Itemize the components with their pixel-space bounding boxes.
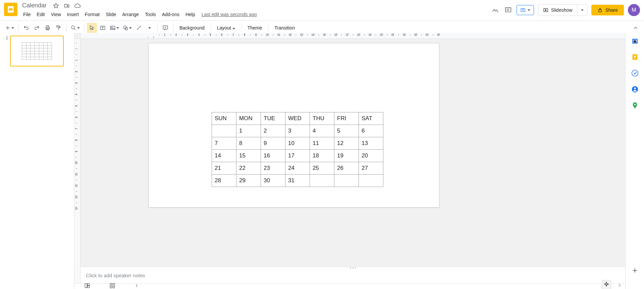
filmstrip-view-icon[interactable] (84, 283, 90, 289)
menu-slide[interactable]: Slide (103, 10, 119, 18)
calendar-header-cell[interactable]: FRI (334, 112, 359, 125)
calendar-header-cell[interactable]: WED (285, 112, 310, 125)
calendar-header-cell[interactable]: MON (236, 112, 261, 125)
calendar-cell[interactable]: 31 (285, 175, 310, 187)
calendar-cell[interactable]: 3 (285, 125, 310, 137)
slideshow-options[interactable] (577, 5, 587, 15)
document-title[interactable]: Calendar (20, 1, 49, 10)
calendar-cell[interactable]: 13 (359, 137, 383, 150)
collapse-toolbar-button[interactable] (631, 23, 641, 33)
calendar-cell[interactable] (212, 125, 236, 137)
paint-format-button[interactable] (53, 23, 63, 33)
cloud-saved-icon[interactable] (74, 2, 81, 9)
speaker-notes-input[interactable]: Click to add speaker notes (80, 269, 625, 283)
menu-insert[interactable]: Insert (64, 10, 82, 18)
calendar-header-cell[interactable]: THU (310, 112, 334, 125)
zoom-button[interactable] (69, 23, 81, 33)
background-button[interactable]: Background (176, 25, 208, 31)
calendar-header-cell[interactable]: SAT (359, 112, 383, 125)
side-panel-expand-icon[interactable] (617, 283, 622, 289)
calendar-cell[interactable]: 26 (334, 162, 359, 175)
calendar-cell[interactable]: 25 (310, 162, 334, 175)
calendar-cell[interactable]: 6 (359, 125, 383, 137)
menu-addons[interactable]: Add-ons (159, 10, 182, 18)
menu-view[interactable]: View (48, 10, 64, 18)
calendar-cell[interactable]: 27 (359, 162, 383, 175)
menu-tools[interactable]: Tools (142, 10, 159, 18)
account-avatar[interactable]: M (628, 4, 640, 16)
tasks-addon-icon[interactable] (631, 69, 639, 77)
calendar-cell[interactable]: 7 (212, 137, 236, 150)
calendar-header-cell[interactable]: TUE (261, 112, 285, 125)
speaker-notes-resize-handle[interactable] (80, 267, 625, 269)
vertical-ruler[interactable]: 1234567891011121314 (74, 39, 80, 289)
calendar-cell[interactable]: 2 (261, 125, 285, 137)
activity-icon[interactable] (491, 6, 500, 14)
keep-addon-icon[interactable] (631, 53, 639, 61)
select-tool[interactable] (87, 23, 97, 33)
calendar-cell[interactable]: 9 (261, 137, 285, 150)
calendar-cell[interactable]: 14 (212, 150, 236, 162)
move-icon[interactable] (63, 2, 70, 9)
filmstrip[interactable]: 1 (0, 33, 74, 289)
calendar-addon-icon[interactable]: 31 (631, 37, 639, 45)
get-addons-button[interactable]: + (632, 265, 637, 276)
theme-button[interactable]: Theme (244, 25, 266, 31)
calendar-cell[interactable]: 4 (310, 125, 334, 137)
layout-button[interactable]: Layout (214, 25, 238, 31)
prev-icon[interactable] (135, 283, 139, 289)
horizontal-ruler[interactable]: 1234567891011121314151617181920212223242… (80, 33, 625, 39)
calendar-cell[interactable] (359, 175, 383, 187)
slide-thumbnail[interactable] (10, 36, 64, 66)
calendar-cell[interactable]: 16 (261, 150, 285, 162)
calendar-cell[interactable]: 17 (285, 150, 310, 162)
undo-button[interactable] (21, 23, 31, 33)
calendar-cell[interactable]: 8 (236, 137, 261, 150)
slides-logo[interactable] (4, 3, 17, 16)
last-edit-link[interactable]: Last edit was seconds ago (202, 12, 257, 17)
print-button[interactable] (43, 23, 53, 33)
maps-addon-icon[interactable] (631, 101, 639, 109)
calendar-cell[interactable]: 11 (310, 137, 334, 150)
menu-file[interactable]: File (20, 10, 34, 18)
slide-canvas[interactable]: SUNMONTUEWEDTHUFRISAT1234567891011121314… (148, 43, 439, 207)
menu-arrange[interactable]: Arrange (119, 10, 142, 18)
calendar-cell[interactable]: 22 (236, 162, 261, 175)
calendar-cell[interactable]: 24 (285, 162, 310, 175)
calendar-cell[interactable]: 5 (334, 125, 359, 137)
calendar-cell[interactable]: 12 (334, 137, 359, 150)
calendar-header-cell[interactable]: SUN (212, 112, 236, 125)
redo-button[interactable] (32, 23, 42, 33)
calendar-cell[interactable]: 23 (261, 162, 285, 175)
menu-edit[interactable]: Edit (34, 10, 48, 18)
calendar-table[interactable]: SUNMONTUEWEDTHUFRISAT1234567891011121314… (212, 112, 383, 187)
calendar-cell[interactable]: 30 (261, 175, 285, 187)
calendar-cell[interactable]: 28 (212, 175, 236, 187)
calendar-cell[interactable] (334, 175, 359, 187)
grid-view-icon[interactable] (109, 283, 115, 289)
present-button[interactable] (517, 5, 534, 15)
contacts-addon-icon[interactable] (631, 85, 639, 93)
calendar-cell[interactable]: 29 (236, 175, 261, 187)
calendar-cell[interactable]: 19 (334, 150, 359, 162)
calendar-cell[interactable]: 1 (236, 125, 261, 137)
textbox-tool[interactable] (98, 23, 108, 33)
shape-tool[interactable] (121, 23, 133, 33)
image-tool[interactable] (108, 23, 120, 33)
calendar-cell[interactable]: 15 (236, 150, 261, 162)
new-slide-button[interactable] (3, 23, 15, 33)
line-tool[interactable] (134, 23, 144, 33)
calendar-cell[interactable]: 21 (212, 162, 236, 175)
transition-button[interactable]: Transition (271, 25, 298, 31)
calendar-cell[interactable]: 18 (310, 150, 334, 162)
comments-icon[interactable] (504, 6, 513, 14)
canvas-area[interactable]: 1234567891011121314151617181920212223242… (74, 33, 625, 289)
menu-help[interactable]: Help (182, 10, 198, 18)
star-icon[interactable] (53, 2, 59, 9)
line-options[interactable] (145, 23, 155, 33)
share-button[interactable]: Share (591, 5, 624, 15)
slideshow-button[interactable]: Slideshow (538, 5, 577, 15)
calendar-cell[interactable]: 10 (285, 137, 310, 150)
explore-button[interactable] (602, 280, 611, 289)
comment-button[interactable] (160, 23, 170, 33)
